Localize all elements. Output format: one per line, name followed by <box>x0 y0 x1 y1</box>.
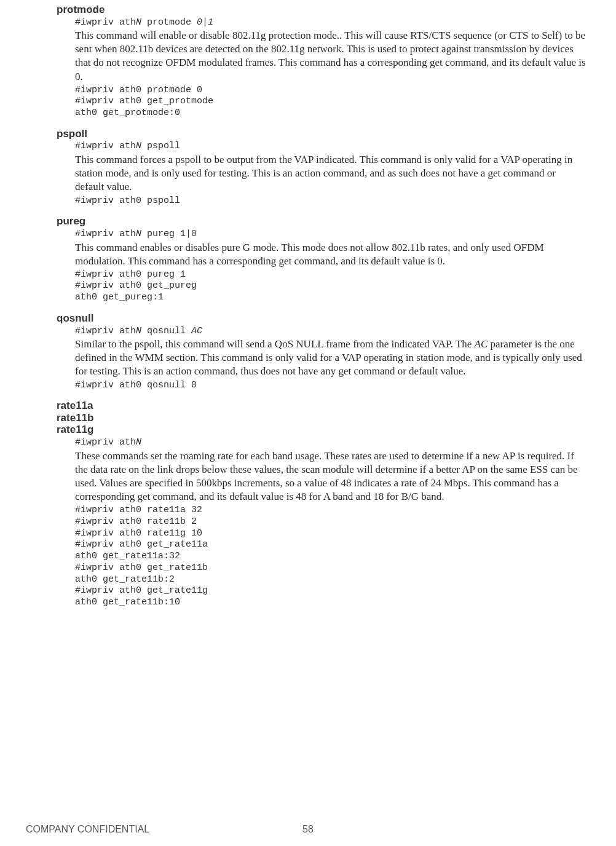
syntax-line: #iwpriv athN qosnull AC <box>75 326 586 338</box>
description: This command forces a pspoll to be outpu… <box>75 153 586 194</box>
section-pspoll: pspoll #iwpriv athN pspoll This command … <box>57 128 586 207</box>
example-block: #iwpriv ath0 protmode 0 #iwpriv ath0 get… <box>75 85 586 119</box>
section-content: #iwpriv athN pspoll This command forces … <box>75 141 586 207</box>
footer-confidential: COMPANY CONFIDENTIAL <box>26 824 149 835</box>
syntax-line: #iwpriv athN <box>75 437 586 449</box>
section-title: rate11b <box>57 412 586 424</box>
page-footer: COMPANY CONFIDENTIAL 58 <box>26 824 590 835</box>
description: These commands set the roaming rate for … <box>75 449 586 504</box>
syntax-line: #iwpriv athN pspoll <box>75 141 586 152</box>
section-content: #iwpriv athN pureg 1|0 This command enab… <box>75 229 586 304</box>
syntax-line: #iwpriv athN pureg 1|0 <box>75 229 586 240</box>
section-rate11: rate11a rate11b rate11g #iwpriv athN The… <box>57 400 586 609</box>
example-block: #iwpriv ath0 pureg 1 #iwpriv ath0 get_pu… <box>75 269 586 304</box>
description: Similar to the pspoll, this command will… <box>75 338 586 378</box>
section-content: #iwpriv athN These commands set the roam… <box>75 437 586 609</box>
section-title: qosnull <box>57 312 586 325</box>
example-block: #iwpriv ath0 pspoll <box>75 196 586 207</box>
section-protmode: protmode #iwpriv athN protmode 0|1 This … <box>57 4 586 119</box>
example-block: #iwpriv ath0 qosnull 0 <box>75 380 586 392</box>
section-title: pureg <box>57 215 586 227</box>
section-qosnull: qosnull #iwpriv athN qosnull AC Similar … <box>57 312 586 391</box>
section-title: pspoll <box>57 128 586 140</box>
page-body: protmode #iwpriv athN protmode 0|1 This … <box>0 0 616 609</box>
example-block: #iwpriv ath0 rate11a 32 #iwpriv ath0 rat… <box>75 505 586 609</box>
section-content: #iwpriv athN protmode 0|1 This command w… <box>75 17 586 119</box>
syntax-line: #iwpriv athN protmode 0|1 <box>75 17 586 29</box>
footer-page-number: 58 <box>302 824 314 835</box>
section-content: #iwpriv athN qosnull AC Similar to the p… <box>75 326 586 392</box>
description: This command enables or disables pure G … <box>75 241 586 268</box>
section-title: protmode <box>57 4 586 16</box>
section-title: rate11a <box>57 400 586 412</box>
section-title: rate11g <box>57 424 586 436</box>
description: This command will enable or disable 802.… <box>75 29 586 83</box>
section-pureg: pureg #iwpriv athN pureg 1|0 This comman… <box>57 215 586 304</box>
